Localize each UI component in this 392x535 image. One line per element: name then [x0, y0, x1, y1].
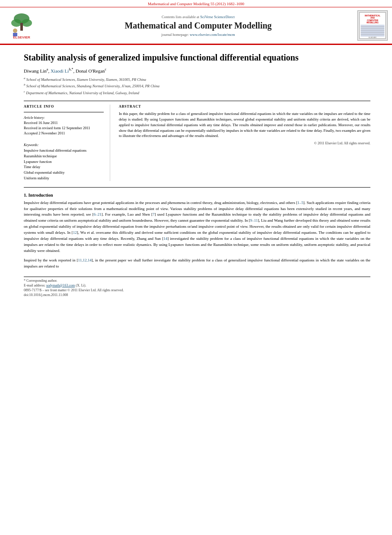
- revised-date: Received in revised form 12 September 20…: [24, 126, 104, 131]
- svg-text:ELSEVIER: ELSEVIER: [13, 35, 30, 39]
- affiliation-a: a School of Mathematical Sciences, Xiame…: [24, 76, 370, 83]
- accepted-date: Accepted 2 November 2011: [24, 131, 104, 136]
- author-c-sup: c: [105, 67, 107, 71]
- journal-top-bar: Mathematical and Computer Modelling 55 (…: [0, 0, 392, 7]
- keyword-3: Lyapunov function: [24, 159, 104, 165]
- intro-paragraph-2: Inspired by the work reported in [11,12,…: [24, 258, 370, 270]
- info-top-divider: [24, 112, 104, 112]
- journal-header: ELSEVIER Contents lists available at Sci…: [0, 7, 392, 45]
- keyword-5: Global exponential stability: [24, 170, 104, 175]
- elsevier-logo: ELSEVIER: [4, 10, 39, 41]
- authors-line: Diwang Lina, Xiaodi Lib,*, Donal O'Regan…: [24, 67, 370, 73]
- section-title: Introduction: [29, 193, 53, 197]
- article-history-label: Article history:: [24, 116, 104, 120]
- section-1-heading: 1. Introduction: [24, 193, 370, 197]
- keyword-6: Uniform stability: [24, 175, 104, 181]
- keywords-label: Keywords:: [24, 143, 104, 147]
- svg-text:MODELLING: MODELLING: [367, 22, 379, 24]
- affiliation-c: c Department of Mathematics, National Un…: [24, 89, 370, 96]
- svg-point-3: [22, 19, 32, 27]
- keyword-4: Time delay: [24, 164, 104, 170]
- article-info-panel: ARTICLE INFO Article history: Received 1…: [24, 105, 110, 181]
- author-b: Xiaodi Li: [51, 68, 69, 73]
- svg-text:ELSEVIER: ELSEVIER: [369, 37, 376, 38]
- intro-paragraph-1: Impulsive delay differential equations h…: [24, 200, 370, 254]
- affiliations: a School of Mathematical Sciences, Xiame…: [24, 76, 370, 96]
- copyright-line: © 2011 Elsevier Ltd. All rights reserved…: [119, 141, 370, 145]
- author-b-sup: b,*: [69, 67, 73, 71]
- journal-title-block: Contents lists available at SciVerse Sci…: [43, 15, 353, 37]
- footer-notes: * Corresponding author. E-mail address: …: [24, 277, 370, 297]
- ref-11-12-14: 11,12,14: [78, 258, 92, 262]
- svg-point-5: [13, 29, 17, 33]
- abstract-title: ABSTRACT: [119, 105, 370, 108]
- ref-7: 7: [153, 212, 155, 217]
- received-date: Received 16 June 2011: [24, 121, 104, 126]
- journal-main-title: Mathematical and Computer Modelling: [43, 21, 353, 31]
- svg-text:AND: AND: [370, 17, 375, 19]
- svg-rect-4: [20, 23, 23, 31]
- email-note: E-mail address: sodymath@163.com (X. Li)…: [24, 283, 370, 287]
- svg-text:MATHEMATICAL: MATHEMATICAL: [365, 15, 380, 17]
- header-divider: [24, 101, 370, 101]
- journal-thumbnail: MATHEMATICAL AND COMPUTER MODELLING ELSE…: [357, 10, 388, 41]
- ref-12: 12: [73, 230, 77, 235]
- affiliation-b: b School of Mathematical Sciences, Shand…: [24, 83, 370, 89]
- keywords-list: Impulsive functional differential equati…: [24, 148, 104, 181]
- section-divider: [24, 187, 370, 188]
- section-number: 1.: [24, 193, 27, 197]
- keyword-2: Razumikhin technique: [24, 153, 104, 159]
- homepage-line: journal homepage: www.elsevier.com/locat…: [43, 32, 353, 37]
- author-c: Donal O'Regan: [76, 68, 105, 73]
- ref-6-21: 6–21: [94, 212, 102, 217]
- article-title: Stability analysis of generalized impuls…: [24, 52, 370, 63]
- abstract-panel: ABSTRACT In this paper, the stability pr…: [119, 105, 370, 181]
- doi-line: doi:10.1016/j.mcm.2011.11.008: [24, 293, 370, 297]
- article-info-title: ARTICLE INFO: [24, 105, 104, 108]
- abstract-text: In this paper, the stability problem for…: [119, 111, 370, 139]
- info-abstract-section: ARTICLE INFO Article history: Received 1…: [24, 105, 370, 181]
- ref-14: 14: [163, 236, 167, 241]
- ref-1-5: 1–5: [297, 201, 303, 205]
- issn-line: 0895-7177/$ – see front matter © 2011 El…: [24, 288, 370, 292]
- sciverse-link[interactable]: SciVerse ScienceDirect: [200, 15, 235, 19]
- author-a: Diwang Lin: [24, 68, 47, 73]
- journal-citation: Mathematical and Computer Modelling 55 (…: [148, 2, 244, 6]
- main-content: Stability analysis of generalized impuls…: [0, 45, 392, 305]
- corresponding-author-note: * Corresponding author.: [24, 279, 370, 283]
- keyword-1: Impulsive functional differential equati…: [24, 148, 104, 153]
- svg-point-2: [11, 19, 22, 27]
- author-a-sup: a: [47, 67, 48, 71]
- email-link[interactable]: sodymath@163.com: [46, 283, 75, 287]
- homepage-link[interactable]: www.elsevier.com/locate/mcm: [190, 32, 235, 37]
- svg-text:COMPUTER: COMPUTER: [367, 19, 379, 22]
- ref-9-11: 9–11: [250, 218, 258, 223]
- contents-available-line: Contents lists available at SciVerse Sci…: [43, 15, 353, 19]
